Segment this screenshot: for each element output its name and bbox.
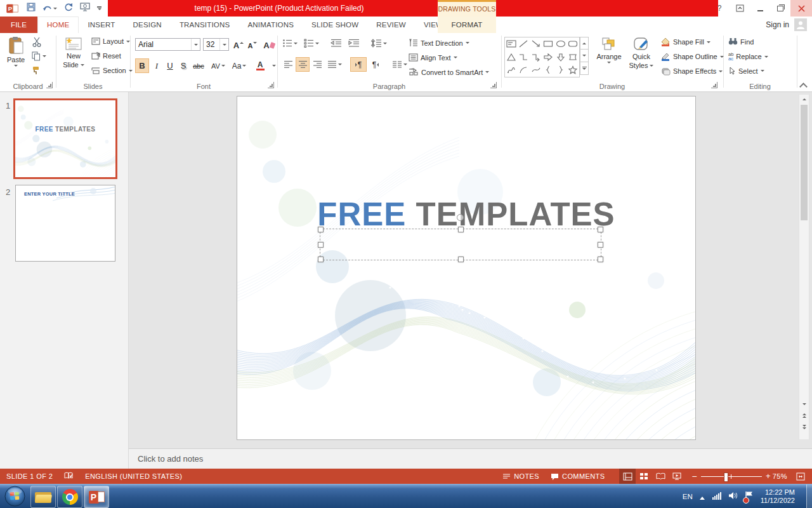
zoom-slider[interactable] xyxy=(701,469,762,484)
tab-file[interactable]: FILE xyxy=(0,17,37,33)
font-size-dropdown[interactable] xyxy=(219,39,228,50)
change-case-button[interactable]: Aa xyxy=(229,58,249,73)
shape-triangle-icon[interactable] xyxy=(505,51,518,64)
shrink-font-button[interactable]: A xyxy=(246,38,259,53)
strikethrough-button[interactable]: abc xyxy=(190,58,207,73)
resize-handle-sw[interactable] xyxy=(318,257,324,262)
show-desktop-button[interactable] xyxy=(806,485,812,508)
taskbar-file-explorer-button[interactable] xyxy=(30,486,56,508)
font-name-dropdown[interactable] xyxy=(191,39,200,50)
increase-indent-button[interactable] xyxy=(348,39,360,48)
shape-textbox-icon[interactable] xyxy=(505,37,518,50)
shape-fill-button[interactable]: Shape Fill xyxy=(661,37,710,46)
scrollbar-thumb[interactable] xyxy=(801,105,808,220)
arrange-button[interactable]: Arrange xyxy=(594,37,624,64)
slide-thumbnail-2[interactable]: ENTER YOUR TITTLE xyxy=(15,185,115,262)
bullets-button[interactable] xyxy=(282,39,298,48)
taskbar-powerpoint-button[interactable]: P xyxy=(84,486,109,508)
bold-button[interactable]: B xyxy=(135,58,149,73)
shapes-scroll-up-button[interactable] xyxy=(580,37,589,50)
clipboard-dialog-launcher[interactable] xyxy=(46,82,53,88)
start-from-beginning-button[interactable] xyxy=(80,3,90,14)
close-button[interactable] xyxy=(790,0,812,17)
spell-check-button[interactable] xyxy=(64,472,74,481)
slide-canvas[interactable]: FREE TEMPLATES xyxy=(237,96,696,440)
quick-styles-button[interactable]: Quick Styles xyxy=(626,37,657,69)
fit-slide-to-window-button[interactable] xyxy=(792,469,809,484)
copy-dropdown-arrow[interactable] xyxy=(43,55,46,57)
slide-indicator[interactable]: SLIDE 1 OF 2 xyxy=(6,472,53,480)
ribbon-display-options-button[interactable] xyxy=(730,0,750,17)
zoom-slider-thumb[interactable] xyxy=(724,472,728,482)
slide-thumbnail-1[interactable]: FREE TEMPLATES xyxy=(13,98,117,179)
comments-toggle-button[interactable]: COMMENTS xyxy=(545,469,610,484)
left-to-right-direction-button[interactable]: ¶ xyxy=(350,57,367,72)
rotate-handle[interactable] xyxy=(457,214,464,221)
paste-dropdown-arrow[interactable] xyxy=(14,65,18,67)
sign-in-link[interactable]: Sign in xyxy=(766,17,789,33)
zoom-level[interactable]: 75% xyxy=(771,472,787,480)
redo-button[interactable] xyxy=(64,3,73,14)
shape-star-icon[interactable] xyxy=(567,64,580,76)
tab-slideshow[interactable]: SLIDE SHOW xyxy=(303,17,367,33)
select-button[interactable]: Select xyxy=(728,67,764,75)
start-button[interactable] xyxy=(4,486,25,508)
convert-to-smartart-button[interactable]: Convert to SmartArt xyxy=(409,68,489,76)
line-spacing-button[interactable] xyxy=(371,39,387,48)
align-left-button[interactable] xyxy=(281,57,295,72)
character-spacing-button[interactable]: AV xyxy=(208,58,228,73)
paragraph-dialog-launcher[interactable] xyxy=(490,82,497,88)
format-painter-button[interactable] xyxy=(32,66,41,78)
align-center-button[interactable] xyxy=(296,57,310,72)
taskbar-chrome-button[interactable] xyxy=(57,486,82,508)
view-slide-sorter-button[interactable] xyxy=(636,469,652,484)
help-button[interactable]: ? xyxy=(709,0,730,17)
italic-button[interactable]: I xyxy=(150,58,164,73)
font-dialog-launcher[interactable] xyxy=(268,82,274,88)
keyboard-language-indicator[interactable]: EN xyxy=(683,493,693,500)
tab-animations[interactable]: ANIMATIONS xyxy=(239,17,303,33)
show-hidden-icons-button[interactable] xyxy=(700,491,705,502)
drawing-dialog-launcher[interactable] xyxy=(711,82,717,88)
slide-title-text[interactable]: FREE TEMPLATES xyxy=(237,196,695,233)
reset-button[interactable]: Reset xyxy=(91,52,121,60)
new-slide-button[interactable]: New Slide xyxy=(60,36,88,69)
font-color-button[interactable]: A xyxy=(252,58,268,73)
align-text-button[interactable]: Align Text xyxy=(409,53,457,62)
replace-button[interactable]: abac Replace xyxy=(728,52,768,61)
vertical-scrollbar[interactable] xyxy=(799,94,809,440)
shape-effects-button[interactable]: Shape Effects xyxy=(661,67,723,76)
paste-button[interactable]: Paste xyxy=(3,36,29,67)
next-slide-button[interactable] xyxy=(799,422,809,431)
previous-slide-button[interactable] xyxy=(799,411,809,420)
text-shadow-button[interactable]: S xyxy=(176,58,190,73)
shape-right-brace-icon[interactable] xyxy=(554,64,567,76)
shape-arrow-icon[interactable] xyxy=(530,37,542,50)
tab-review[interactable]: REVIEW xyxy=(367,17,415,33)
tab-transitions[interactable]: TRANSITIONS xyxy=(171,17,239,33)
minimize-button[interactable] xyxy=(750,0,770,17)
zoom-in-button[interactable]: + xyxy=(766,473,771,479)
decrease-indent-button[interactable] xyxy=(331,39,342,48)
shape-right-arrow-icon[interactable] xyxy=(542,51,555,64)
resize-handle-w[interactable] xyxy=(318,242,324,248)
tab-home[interactable]: HOME xyxy=(37,17,79,34)
resize-handle-se[interactable] xyxy=(598,257,603,262)
tab-format[interactable]: FORMAT xyxy=(438,17,496,33)
view-normal-button[interactable] xyxy=(619,469,636,484)
scroll-up-button[interactable] xyxy=(799,95,809,104)
shape-arc-icon[interactable] xyxy=(518,64,530,76)
undo-button[interactable] xyxy=(43,4,57,13)
shape-left-brace-icon[interactable] xyxy=(542,64,555,76)
columns-button[interactable] xyxy=(389,57,410,72)
justify-button[interactable] xyxy=(325,57,344,72)
grow-font-button[interactable]: A xyxy=(232,38,246,53)
shape-elbow-connector-icon[interactable] xyxy=(518,51,530,64)
layout-button[interactable]: Layout xyxy=(91,37,130,45)
resize-handle-ne[interactable] xyxy=(598,227,603,232)
shape-rectangle-icon[interactable] xyxy=(542,37,555,50)
shape-freeform-icon[interactable] xyxy=(505,64,518,76)
notes-pane[interactable]: Click to add notes xyxy=(129,448,812,469)
resize-handle-e[interactable] xyxy=(598,242,603,248)
text-direction-button[interactable]: Text Direction xyxy=(409,39,469,47)
